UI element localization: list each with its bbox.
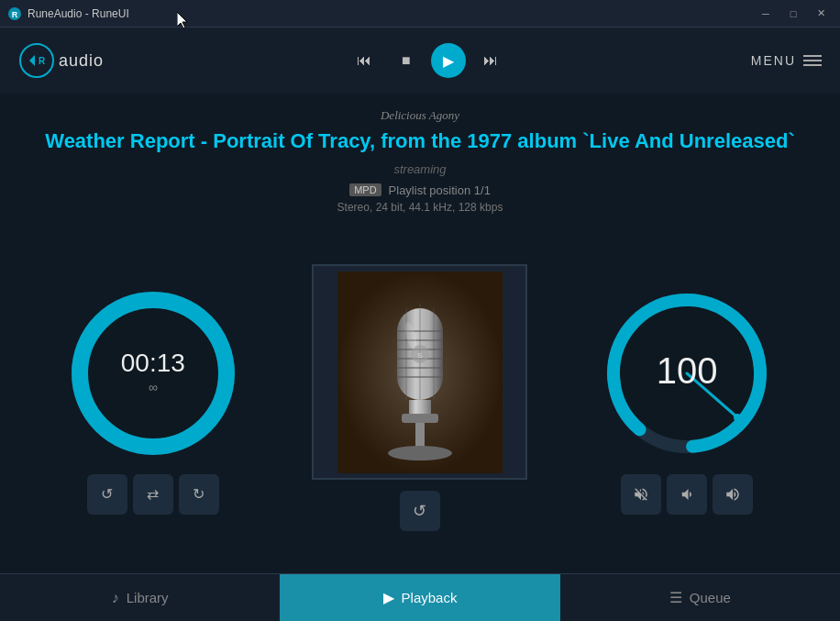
playback-buttons: ↺ ⇄ ↻: [87, 474, 219, 515]
playback-icon: ▶: [383, 589, 394, 606]
app-icon: R: [7, 6, 22, 21]
transport-bar: R audio ⏮ ■ ▶ ⏭ MENU: [0, 28, 840, 94]
volume-down-button[interactable]: [667, 474, 707, 515]
play-button[interactable]: ▶: [431, 43, 466, 78]
album-art: S: [312, 264, 527, 480]
playlist-info: MPD Playlist position 1/1: [18, 183, 822, 197]
playlist-position: Playlist position 1/1: [389, 183, 491, 197]
prev-button[interactable]: ⏮: [347, 43, 381, 78]
controls-area: 00:13 ∞ ↺ ⇄ ↻: [0, 223, 840, 573]
menu-icon: [803, 55, 822, 66]
time-value: 00:13: [121, 348, 185, 377]
transport-controls: ⏮ ■ ▶ ⏭: [347, 43, 508, 78]
logo: R audio: [18, 42, 104, 79]
playback-label: Playback: [402, 590, 458, 605]
volume-value: 100: [657, 350, 718, 392]
library-icon: ♪: [112, 590, 119, 606]
volume-circle: 100: [595, 282, 779, 465]
svg-text:R: R: [39, 56, 46, 66]
track-title: Weather Report - Portrait Of Tracy, from…: [18, 128, 822, 155]
shuffle-button[interactable]: ⇄: [133, 474, 173, 515]
menu-label: MENU: [751, 53, 796, 68]
stop-button[interactable]: ■: [389, 43, 424, 78]
minimize-button[interactable]: ─: [754, 6, 778, 22]
volume-section: 100: [595, 282, 779, 515]
album-art-section: S ↺: [312, 264, 527, 531]
queue-tab[interactable]: ☰ Queue: [560, 574, 840, 621]
menu-area[interactable]: MENU: [751, 53, 822, 68]
title-bar-left: R RuneAudio - RuneUI: [7, 6, 129, 21]
mpd-badge: MPD: [349, 183, 381, 196]
title-bar-title: RuneAudio - RuneUI: [28, 7, 129, 20]
volume-buttons: [621, 474, 753, 515]
volume-up-button[interactable]: [713, 474, 753, 515]
svg-text:R: R: [12, 10, 18, 19]
svg-point-27: [734, 414, 741, 421]
app-container: R audio ⏮ ■ ▶ ⏭ MENU Delicious Agony Wea…: [0, 28, 840, 621]
maximize-button[interactable]: □: [781, 6, 805, 22]
time-infinity: ∞: [121, 379, 185, 394]
microphone-svg: S: [337, 272, 503, 473]
mute-button[interactable]: [621, 474, 661, 515]
library-label: Library: [127, 590, 169, 605]
time-circle: 00:13 ∞: [61, 282, 245, 465]
time-display: 00:13 ∞: [121, 348, 185, 394]
svg-rect-20: [402, 414, 438, 423]
logo-icon: R: [18, 42, 55, 79]
svg-point-22: [388, 446, 452, 460]
station-name: Delicious Agony: [18, 108, 822, 123]
queue-label: Queue: [690, 590, 731, 605]
bottom-nav: ♪ Library ▶ Playback ☰ Queue: [0, 573, 840, 621]
volume-display: 100: [657, 350, 718, 392]
queue-icon: ☰: [669, 589, 682, 606]
title-bar-controls: ─ □ ✕: [754, 6, 833, 22]
repeat-button[interactable]: ↺: [87, 474, 127, 515]
now-playing-section: Delicious Agony Weather Report - Portrai…: [0, 94, 840, 223]
svg-text:S: S: [417, 351, 422, 360]
library-tab[interactable]: ♪ Library: [0, 574, 280, 621]
logo-text: audio: [59, 51, 104, 71]
next-button[interactable]: ⏭: [473, 43, 508, 78]
svg-rect-19: [409, 400, 431, 414]
playback-tab[interactable]: ▶ Playback: [280, 574, 559, 621]
audio-info: Stereo, 24 bit, 44.1 kHz, 128 kbps: [18, 201, 822, 214]
consume-button[interactable]: ↻: [179, 474, 219, 515]
close-button[interactable]: ✕: [809, 6, 833, 22]
streaming-label: streaming: [18, 162, 822, 176]
title-bar: R RuneAudio - RuneUI ─ □ ✕: [0, 0, 840, 28]
share-button[interactable]: ↺: [400, 491, 440, 531]
svg-point-2: [20, 44, 53, 77]
time-section: 00:13 ∞ ↺ ⇄ ↻: [61, 282, 245, 515]
